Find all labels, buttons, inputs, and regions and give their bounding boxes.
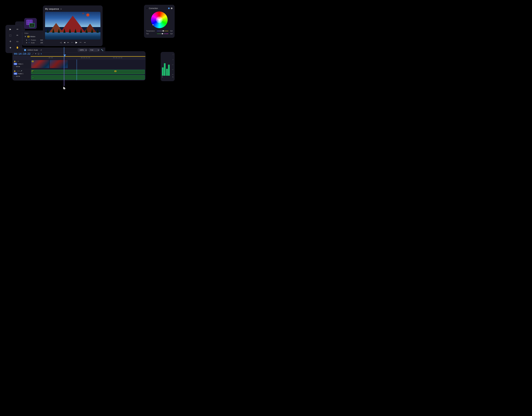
audio-track-label: A1 (14, 72, 17, 75)
position-expand[interactable]: ▶ (26, 39, 27, 41)
timeline-panel: 00:14:10:22 ⋰ ⌖ ⬠ ▾ 00:00 00:00:05:00 00… (12, 51, 145, 80)
audio-l-label: L (32, 71, 34, 72)
dot-gray[interactable] (171, 8, 172, 9)
tool-row-1: ▶ ⇔ (7, 27, 21, 31)
tint-track[interactable] (157, 34, 168, 34)
tint-thumb[interactable] (162, 33, 163, 34)
film-cell-1 (27, 20, 28, 22)
audio-track-row: 🔒 ≡ M S 🎤 A1 Audio 1 ○. ◀ ◆ ▶ fx L fx (13, 69, 145, 80)
rotate-icon[interactable]: ↺ (40, 49, 42, 51)
sequence-menu-icon[interactable]: ≡ (60, 8, 62, 10)
audio-icon: ≋ (29, 23, 35, 27)
tree-8 (86, 29, 88, 33)
magnet-tool[interactable]: ⌖ (35, 53, 36, 55)
wheel-handle[interactable] (152, 24, 153, 25)
timeline-ruler: 00:00 00:00:05:00 00:00:10:00 (13, 56, 145, 59)
film-cell-4 (27, 22, 28, 25)
correction-chevron[interactable]: ∨ (146, 7, 148, 10)
temperature-value: 0,0 (169, 30, 172, 32)
film-cell-3 (30, 20, 32, 22)
color-wheel-container (146, 11, 172, 28)
cursor-icon (63, 86, 66, 90)
uniform-scale-label: Uniform Scale (28, 49, 38, 51)
audio-clip-bottom[interactable]: R (31, 75, 145, 79)
vu-bar-r2 (168, 65, 170, 76)
scale-timer-icon: ⏱ (28, 42, 30, 43)
zoom-select[interactable]: 100% 75% 50% 25% (78, 49, 87, 52)
clip1-thumbnail (31, 60, 49, 68)
dot-blue[interactable] (168, 8, 170, 9)
sequence-panel: My sequence ≡ (43, 6, 103, 46)
move-tool-button[interactable]: ✛ (8, 39, 13, 44)
color-tool-button[interactable]: ◈ (8, 45, 13, 50)
select-tool-button[interactable]: ⬚ (8, 33, 13, 38)
audio-prev-icon[interactable]: ◀ (16, 75, 17, 77)
playback-controls: ◁ ◀ ⇤ ⬸ ▶ ⬷ ⇥ (45, 41, 100, 44)
video-track-icons: ≡ 👁 (16, 61, 19, 62)
trim-tool-button[interactable]: ⇔ (15, 27, 20, 31)
audio-track-controls: ○. ◀ ◆ ▶ (14, 75, 29, 77)
position-timer-icon: ⏱ (28, 39, 30, 41)
uniform-scale-checkbox[interactable]: ✓ (24, 49, 26, 51)
temperature-thumb[interactable] (163, 30, 164, 31)
film-panel[interactable]: ≋ (24, 18, 37, 29)
wrench-icon[interactable]: 🔧 (101, 49, 103, 51)
tree-1 (47, 29, 49, 33)
video-prev-icon[interactable]: ◀ (16, 66, 17, 67)
tree-3 (58, 29, 60, 33)
tools-panel: ▶ ⇔ ⬚ ✏ ✛ ▭ ◈ ✋ (6, 25, 22, 53)
vu-right-channel (166, 65, 170, 76)
ruler-marks: 00:00 00:00:05:00 00:00:10:00 (49, 57, 145, 59)
audio-track-playhead (77, 69, 77, 80)
video-lock-icon[interactable]: 🔒 (14, 60, 16, 62)
prev-frame-button[interactable]: ◁ (60, 41, 62, 44)
video-next-icon[interactable]: ▶ (19, 66, 20, 67)
video-clip-2[interactable] (50, 60, 68, 68)
tree-10 (96, 29, 99, 33)
uniform-scale-bar: ✓ Uniform Scale ↺ 100% 75% 50% 25% Full … (22, 48, 105, 53)
vu-label-0: 0 (172, 54, 173, 55)
vu-meter-panel: 0 -6 -12 -12 dB S S (161, 52, 175, 81)
marker-tool[interactable]: ⬠ (38, 53, 39, 55)
step-forward-button[interactable]: ⬷ (80, 41, 82, 44)
step-back-button[interactable]: ◀ (64, 41, 65, 44)
playhead-marker: ▾ (41, 53, 42, 55)
audio-next-icon[interactable]: ▶ (19, 75, 20, 77)
play-button[interactable]: ▶ (76, 41, 77, 44)
hand-tool-button[interactable]: ✋ (15, 45, 20, 50)
audio-lock-icon[interactable]: 🔒 (14, 70, 16, 72)
video-track-playhead (77, 59, 77, 69)
vu-channel-s2: S (172, 76, 173, 78)
correction-panel: ∨ Correction Temperature 0,0 Tint 0,0 (144, 5, 175, 38)
to-start-button[interactable]: ⇤ (67, 41, 69, 44)
correction-dots (168, 8, 172, 9)
temperature-track[interactable] (157, 31, 168, 31)
step-back2-button[interactable]: ⬸ (71, 41, 73, 44)
snap-tool[interactable]: ⋰ (32, 53, 34, 55)
fx-expand-arrow[interactable]: ▼ (24, 35, 27, 38)
audio-clip-top[interactable]: fx L fx (31, 70, 145, 74)
pen-tool-button[interactable]: ✏ (15, 33, 20, 38)
tool-row-4: ◈ ✋ (7, 45, 21, 50)
video-clip-1[interactable]: fx (31, 60, 49, 68)
audio-track-name-row: A1 Audio 1 (14, 72, 29, 75)
audio-waveform-bottom (31, 75, 145, 79)
audio-track-header: 🔒 ≡ M S 🎤 A1 Audio 1 ○. ◀ ◆ ▶ (13, 69, 31, 80)
vu-label-neg12a: -12 (172, 64, 173, 65)
preview-landscape (45, 12, 100, 40)
scale-expand[interactable]: ▶ (26, 42, 27, 44)
video-volume-icon: ○. (14, 66, 15, 67)
color-wheel[interactable] (151, 11, 168, 28)
mountain-container (45, 21, 100, 40)
clip1-fx-badge: fx (32, 61, 34, 62)
rect-tool-button[interactable]: ▭ (15, 39, 20, 44)
play-tool-button[interactable]: ▶ (8, 27, 13, 31)
vu-label-db: dB (172, 74, 173, 75)
video-track-row: 🔒 ≡ 👁 V1 Video 1 ○. ◀ ◆ ▶ fx (13, 59, 145, 69)
quality-select[interactable]: Full Half Quarter (89, 49, 100, 52)
to-end-button[interactable]: ⇥ (84, 41, 86, 44)
extended-playhead (64, 47, 64, 86)
ruler-tick-5: 00:00:05:00 (81, 57, 113, 59)
tint-row: Tint 0,0 (146, 33, 172, 35)
tree-2 (52, 29, 55, 33)
